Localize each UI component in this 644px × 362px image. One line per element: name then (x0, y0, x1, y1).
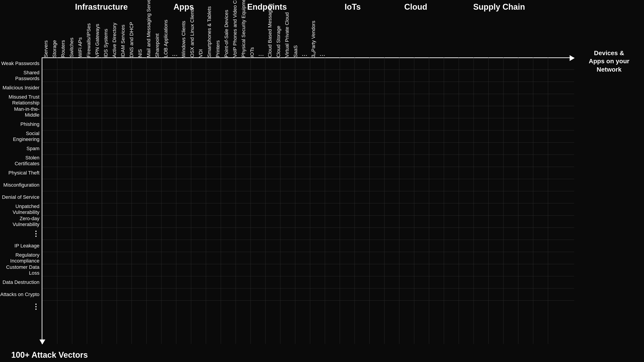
col-cloud-msg: Cloud Based Messaging (266, 17, 274, 57)
category-label-supply-chain: Supply Chain (473, 2, 525, 12)
category-apps: Apps (161, 2, 206, 12)
col-physical-sec: Physical Security Equipment (239, 17, 248, 57)
category-iots: IoTs (328, 2, 378, 12)
col-smartphones: Smartphones & Tablets (205, 17, 214, 57)
row-social-engineering: Social Engineering (0, 130, 42, 142)
y-axis-label: 100+ Attack Vectors (11, 350, 88, 360)
col-3rdparty: 3rd Party Vendors (309, 17, 318, 57)
row-ip-leakage: IP Leakage (0, 240, 42, 252)
row-unpatched: Unpatched Vulnerability (0, 203, 42, 215)
x-axis-label: Devices &Apps on yourNetwork (576, 49, 642, 74)
col-firewalls: Firewalls/IPSes (84, 17, 93, 57)
col-vpn: VPN Gateways (93, 17, 102, 57)
category-infrastructure: Infrastructure (42, 2, 161, 12)
col-lob: LOB Applications (162, 17, 170, 57)
column-headers: Servers Storage Routers Switches WiFi AP… (42, 12, 327, 57)
col-idam: IDAM Services (119, 17, 127, 57)
row-dos: Denial of Service (0, 191, 42, 203)
row-attacks-crypto: Attacks on Crypto (0, 288, 42, 301)
row-spam: Spam (0, 142, 42, 155)
col-active-dir: Active Directory (110, 17, 119, 57)
row-shared-passwords: Shared Passwords (0, 69, 42, 82)
row-misused-trust: Misused Trust Relationship (0, 94, 42, 106)
row-dots-2: ⋮ (0, 301, 42, 313)
category-label-cloud: Cloud (404, 2, 427, 12)
col-vpc: Virtual Private Cloud (283, 17, 291, 57)
col-ids: IDS Systems (102, 17, 110, 57)
row-misconfiguration: Misconfiguration (0, 179, 42, 191)
row-data-destruction: Data Destruction (0, 276, 42, 288)
category-label-infrastructure: Infrastructure (75, 2, 128, 12)
col-dns: DNS and DHCP (127, 17, 136, 57)
category-headers: Infrastructure Apps Endpoints IoTs Cloud… (42, 2, 574, 12)
col-dots-endpoints: ... (256, 17, 266, 57)
col-storage: Storage (50, 17, 59, 57)
col-pos: Point-of-Sale Devices (222, 17, 231, 57)
col-switches: Switches (67, 17, 76, 57)
col-dots-supply: ... (318, 17, 327, 57)
col-cloud-storage: Cloud Storage (274, 17, 283, 57)
row-mitm: Man-in-the-Middle (0, 106, 42, 118)
col-saas: SaaS (291, 17, 300, 57)
row-customer-data: Customer Data Loss (0, 264, 42, 276)
row-phishing: Phishing (0, 118, 42, 130)
col-iots: IOTs (248, 17, 256, 57)
col-servers: Servers (42, 17, 50, 57)
col-dots-infra: ... (170, 17, 179, 57)
grid-svg (42, 57, 574, 344)
row-malicious-insider: Malicious Insider (0, 82, 42, 94)
col-dots-cloud: ... (300, 17, 309, 57)
col-sharepoint: Sharepoint (153, 17, 162, 57)
row-weak-passwords: Weak Passwords (0, 57, 42, 69)
col-osx: OSX and Linux Clients (188, 17, 196, 57)
col-mail: Mail and Messaging Server (144, 17, 153, 57)
row-dots-1: ⋮ (0, 228, 42, 240)
col-wifi: WiFi APs (76, 17, 84, 57)
col-routers: Routers (59, 17, 67, 57)
chart-container: Infrastructure Apps Endpoints IoTs Cloud… (0, 0, 644, 362)
row-physical-theft: Physical Theft (0, 167, 42, 179)
col-printers: Printers (214, 17, 222, 57)
category-supply-chain: Supply Chain (454, 2, 544, 12)
category-cloud: Cloud (378, 2, 454, 12)
col-nis: NIS (136, 17, 144, 57)
col-windows: Windows Clients (179, 17, 188, 57)
col-vdi: VDI (196, 17, 205, 57)
category-label-iots: IoTs (344, 2, 360, 12)
row-regulatory: Regulatory Incompliance (0, 252, 42, 264)
col-voip: VoIP Phones and Video Conf. (231, 17, 239, 57)
row-stolen-certs: Stolen Certificates (0, 155, 42, 167)
row-labels: Weak Passwords Shared Passwords Maliciou… (0, 57, 42, 313)
row-zeroday: Zero-day Vulnerability (0, 215, 42, 228)
